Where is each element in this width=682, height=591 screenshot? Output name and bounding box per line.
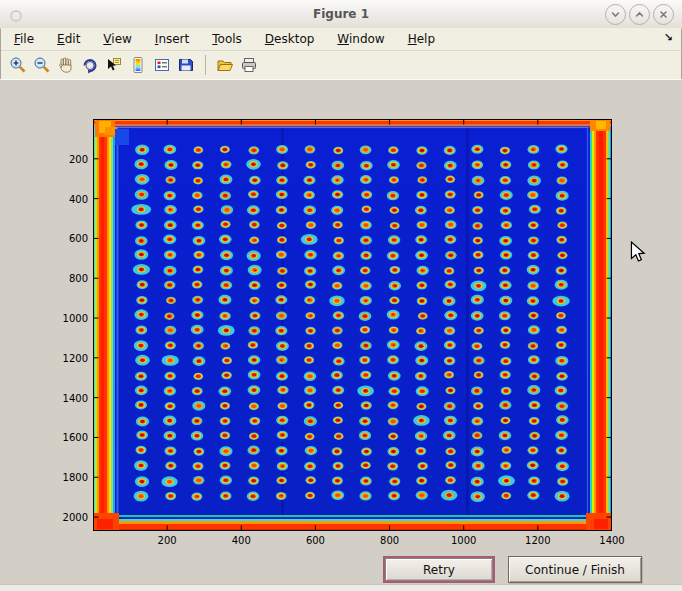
menu-item-tools[interactable]: Tools [212,32,242,46]
menu-item-insert[interactable]: Insert [155,32,189,46]
window-title: Figure 1 [0,0,682,28]
print-icon [240,56,258,74]
open-button[interactable] [216,56,234,74]
toolbar [1,50,681,79]
figure-window: Figure 1 FileEditViewInsertToolsDesktopW… [0,0,682,591]
zoom-out-icon [33,56,51,74]
menu-item-edit[interactable]: Edit [57,32,80,46]
menu-item-file[interactable]: File [14,32,34,46]
menu-item-help[interactable]: Help [408,32,435,46]
rotate-3d-icon [81,56,99,74]
chevron-down-icon [609,8,622,21]
menu-item-view[interactable]: View [103,32,131,46]
data-cursor-button[interactable] [105,56,123,74]
open-folder-icon [216,56,234,74]
menu-item-desktop[interactable]: Desktop [265,32,315,46]
toolbar-separator [205,55,206,75]
dock-figure-icon[interactable]: ↘ [664,31,673,44]
continue-finish-button[interactable]: Continue / Finish [508,556,642,583]
retry-button[interactable]: Retry [383,556,495,583]
zoom-in-icon [9,56,27,74]
chevron-up-icon [633,8,646,21]
save-icon [177,56,195,74]
colorbar-icon [129,56,147,74]
rotate-3d-button[interactable] [81,56,99,74]
titlebar[interactable]: Figure 1 [0,0,682,29]
maximize-button[interactable] [629,4,650,25]
data-cursor-icon [105,56,123,74]
print-button[interactable] [240,56,258,74]
insert-colorbar-button[interactable] [129,56,147,74]
menu-item-window[interactable]: Window [337,32,384,46]
plot-image[interactable] [93,119,612,531]
pan-hand-icon [57,56,75,74]
zoom-out-button[interactable] [33,56,51,74]
minimize-button[interactable] [605,4,626,25]
menu-bar: FileEditViewInsertToolsDesktopWindowHelp [1,28,681,50]
close-button[interactable] [653,4,674,25]
legend-icon [153,56,171,74]
window-bottom-border [0,584,682,591]
close-icon [657,8,670,21]
zoom-in-button[interactable] [9,56,27,74]
insert-legend-button[interactable] [153,56,171,74]
pan-button[interactable] [57,56,75,74]
save-button[interactable] [177,56,195,74]
retry-button-label: Retry [385,558,493,581]
